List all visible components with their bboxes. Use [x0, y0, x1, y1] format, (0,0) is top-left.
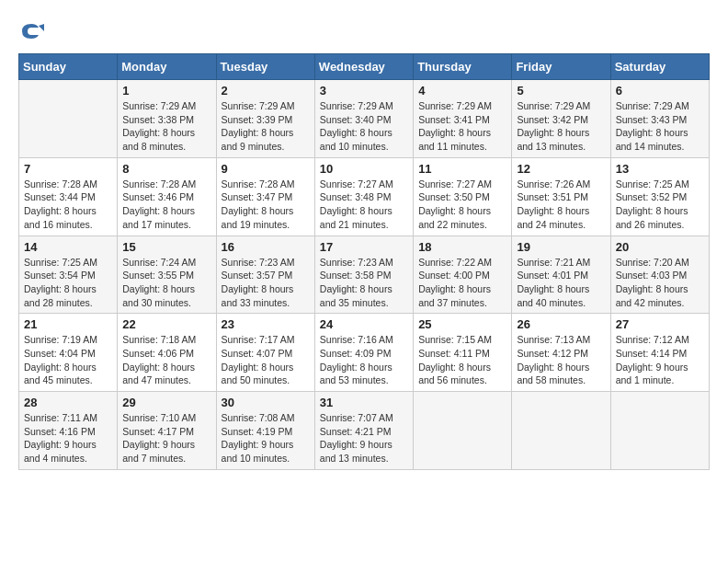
day-number: 28 [24, 396, 112, 409]
calendar-cell: 18Sunrise: 7:22 AMSunset: 4:00 PMDayligh… [414, 236, 512, 314]
calendar-cell: 16Sunrise: 7:23 AMSunset: 3:57 PMDayligh… [216, 236, 314, 314]
cell-info: Sunrise: 7:28 AMSunset: 3:47 PMDaylight:… [222, 178, 310, 232]
cell-info: Sunrise: 7:24 AMSunset: 3:55 PMDaylight:… [122, 256, 210, 310]
cell-info: Sunrise: 7:18 AMSunset: 4:06 PMDaylight:… [122, 333, 210, 387]
cell-info: Sunrise: 7:10 AMSunset: 4:17 PMDaylight:… [122, 411, 210, 465]
cell-info: Sunrise: 7:19 AMSunset: 4:04 PMDaylight:… [24, 333, 112, 387]
cell-info: Sunrise: 7:27 AMSunset: 3:48 PMDaylight:… [320, 178, 408, 232]
calendar-cell: 28Sunrise: 7:11 AMSunset: 4:16 PMDayligh… [19, 392, 118, 470]
calendar-cell: 5Sunrise: 7:29 AMSunset: 3:42 PMDaylight… [512, 80, 610, 158]
day-number: 8 [122, 162, 210, 176]
calendar-cell: 20Sunrise: 7:20 AMSunset: 4:03 PMDayligh… [610, 236, 709, 314]
calendar-cell: 13Sunrise: 7:25 AMSunset: 3:52 PMDayligh… [610, 157, 709, 236]
calendar-cell [414, 392, 512, 470]
cell-info: Sunrise: 7:22 AMSunset: 4:00 PMDaylight:… [418, 256, 506, 310]
day-number: 27 [616, 317, 704, 331]
header-day-monday: Monday [118, 54, 216, 80]
cell-info: Sunrise: 7:29 AMSunset: 3:38 PMDaylight:… [122, 99, 210, 154]
day-number: 24 [320, 317, 408, 331]
header-day-thursday: Thursday [414, 54, 512, 80]
cell-info: Sunrise: 7:12 AMSunset: 4:14 PMDaylight:… [616, 333, 704, 387]
calendar-cell: 17Sunrise: 7:23 AMSunset: 3:58 PMDayligh… [314, 236, 413, 314]
calendar-cell: 24Sunrise: 7:16 AMSunset: 4:09 PMDayligh… [314, 314, 413, 392]
day-number: 16 [222, 240, 310, 254]
day-number: 18 [418, 240, 506, 254]
calendar-cell: 1Sunrise: 7:29 AMSunset: 3:38 PMDaylight… [118, 80, 216, 158]
cell-info: Sunrise: 7:23 AMSunset: 3:58 PMDaylight:… [320, 256, 408, 310]
calendar-cell: 29Sunrise: 7:10 AMSunset: 4:17 PMDayligh… [118, 392, 216, 470]
calendar-cell: 31Sunrise: 7:07 AMSunset: 4:21 PMDayligh… [314, 392, 413, 470]
cell-info: Sunrise: 7:25 AMSunset: 3:54 PMDaylight:… [24, 256, 112, 310]
cell-info: Sunrise: 7:29 AMSunset: 3:39 PMDaylight:… [222, 99, 310, 154]
header-day-tuesday: Tuesday [216, 54, 314, 80]
calendar-cell: 14Sunrise: 7:25 AMSunset: 3:54 PMDayligh… [19, 236, 118, 314]
calendar-cell: 19Sunrise: 7:21 AMSunset: 4:01 PMDayligh… [512, 236, 610, 314]
calendar-cell: 2Sunrise: 7:29 AMSunset: 3:39 PMDaylight… [216, 80, 314, 158]
day-number: 20 [616, 240, 704, 254]
day-number: 1 [122, 84, 210, 98]
header-day-wednesday: Wednesday [314, 54, 413, 80]
calendar-cell: 21Sunrise: 7:19 AMSunset: 4:04 PMDayligh… [19, 314, 118, 392]
day-number: 22 [122, 317, 210, 331]
day-number: 15 [122, 240, 210, 254]
cell-info: Sunrise: 7:07 AMSunset: 4:21 PMDaylight:… [320, 411, 408, 465]
calendar-cell: 26Sunrise: 7:13 AMSunset: 4:12 PMDayligh… [512, 314, 610, 392]
calendar-cell: 15Sunrise: 7:24 AMSunset: 3:55 PMDayligh… [118, 236, 216, 314]
calendar-cell: 23Sunrise: 7:17 AMSunset: 4:07 PMDayligh… [216, 314, 314, 392]
day-number: 7 [24, 162, 112, 176]
calendar-cell: 3Sunrise: 7:29 AMSunset: 3:40 PMDaylight… [314, 80, 413, 158]
cell-info: Sunrise: 7:25 AMSunset: 3:52 PMDaylight:… [616, 178, 704, 232]
cell-info: Sunrise: 7:20 AMSunset: 4:03 PMDaylight:… [616, 256, 704, 310]
cell-info: Sunrise: 7:16 AMSunset: 4:09 PMDaylight:… [320, 333, 408, 387]
day-number: 6 [616, 84, 704, 98]
cell-info: Sunrise: 7:27 AMSunset: 3:50 PMDaylight:… [418, 178, 506, 232]
day-number: 17 [320, 240, 408, 254]
day-number: 13 [616, 162, 704, 176]
cell-info: Sunrise: 7:23 AMSunset: 3:57 PMDaylight:… [222, 256, 310, 310]
header-day-friday: Friday [512, 54, 610, 80]
cell-info: Sunrise: 7:13 AMSunset: 4:12 PMDaylight:… [517, 333, 605, 387]
calendar-cell: 10Sunrise: 7:27 AMSunset: 3:48 PMDayligh… [314, 157, 413, 236]
cell-info: Sunrise: 7:28 AMSunset: 3:46 PMDaylight:… [122, 178, 210, 232]
cell-info: Sunrise: 7:28 AMSunset: 3:44 PMDaylight:… [24, 178, 112, 232]
day-number: 21 [24, 317, 112, 331]
day-number: 2 [222, 84, 310, 98]
day-number: 23 [222, 317, 310, 331]
week-row-3: 14Sunrise: 7:25 AMSunset: 3:54 PMDayligh… [19, 236, 710, 314]
day-number: 14 [24, 240, 112, 254]
cell-info: Sunrise: 7:08 AMSunset: 4:19 PMDaylight:… [222, 411, 310, 465]
calendar-cell: 9Sunrise: 7:28 AMSunset: 3:47 PMDaylight… [216, 157, 314, 236]
calendar-cell: 30Sunrise: 7:08 AMSunset: 4:19 PMDayligh… [216, 392, 314, 470]
header-day-sunday: Sunday [19, 54, 118, 80]
week-row-5: 28Sunrise: 7:11 AMSunset: 4:16 PMDayligh… [19, 392, 710, 470]
day-number: 29 [122, 396, 210, 409]
day-number: 30 [222, 396, 310, 409]
calendar-cell [610, 392, 709, 470]
calendar-cell [19, 80, 118, 158]
cell-info: Sunrise: 7:29 AMSunset: 3:43 PMDaylight:… [616, 99, 704, 154]
header [18, 18, 710, 44]
cell-info: Sunrise: 7:29 AMSunset: 3:41 PMDaylight:… [418, 99, 506, 154]
day-number: 25 [418, 317, 506, 331]
day-number: 11 [418, 162, 506, 176]
cell-info: Sunrise: 7:21 AMSunset: 4:01 PMDaylight:… [517, 256, 605, 310]
day-number: 5 [517, 84, 605, 98]
calendar-table: SundayMondayTuesdayWednesdayThursdayFrid… [18, 53, 710, 470]
cell-info: Sunrise: 7:11 AMSunset: 4:16 PMDaylight:… [24, 411, 112, 465]
calendar-cell [512, 392, 610, 470]
week-row-1: 1Sunrise: 7:29 AMSunset: 3:38 PMDaylight… [19, 80, 710, 158]
day-number: 26 [517, 317, 605, 331]
cell-info: Sunrise: 7:29 AMSunset: 3:42 PMDaylight:… [517, 99, 605, 154]
calendar-cell: 25Sunrise: 7:15 AMSunset: 4:11 PMDayligh… [414, 314, 512, 392]
calendar-cell: 22Sunrise: 7:18 AMSunset: 4:06 PMDayligh… [118, 314, 216, 392]
week-row-4: 21Sunrise: 7:19 AMSunset: 4:04 PMDayligh… [19, 314, 710, 392]
logo-icon [18, 18, 44, 44]
week-row-2: 7Sunrise: 7:28 AMSunset: 3:44 PMDaylight… [19, 157, 710, 236]
day-number: 4 [418, 84, 506, 98]
calendar-cell: 27Sunrise: 7:12 AMSunset: 4:14 PMDayligh… [610, 314, 709, 392]
calendar-cell: 11Sunrise: 7:27 AMSunset: 3:50 PMDayligh… [414, 157, 512, 236]
calendar-cell: 7Sunrise: 7:28 AMSunset: 3:44 PMDaylight… [19, 157, 118, 236]
day-number: 12 [517, 162, 605, 176]
logo [18, 18, 48, 44]
header-day-saturday: Saturday [610, 54, 709, 80]
